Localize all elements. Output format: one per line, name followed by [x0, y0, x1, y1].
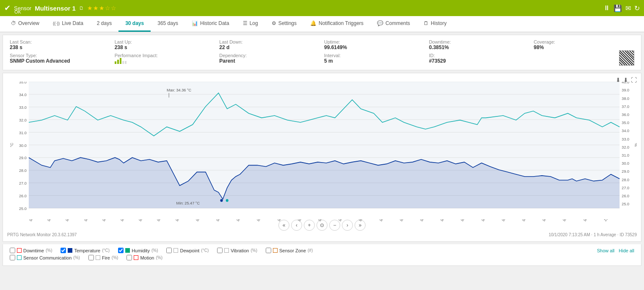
svg-point-46 [226, 199, 228, 202]
x-label: 9/17/20 [317, 219, 329, 222]
x-label: 9/9/20 [156, 219, 167, 222]
svg-text:%: % [634, 143, 637, 147]
tab-2-days[interactable]: 2 days [90, 16, 118, 32]
svg-text:38.0: 38.0 [622, 96, 629, 100]
x-label: 9/22/20 [419, 219, 431, 222]
sensor-communication-checkbox[interactable] [10, 255, 15, 260]
svg-text:35.0: 35.0 [19, 82, 27, 84]
last-up: Last Up: 238 s Performance Impact: [115, 39, 215, 66]
svg-text:27.0: 27.0 [19, 181, 27, 185]
legend-sensor-communication[interactable]: Sensor Communication (%) [10, 255, 80, 260]
vibration-color [224, 248, 229, 253]
vibration-checkbox[interactable] [217, 248, 223, 253]
tab-log[interactable]: ☰ Log [236, 16, 265, 32]
historic-data-icon: 📊 [192, 20, 198, 26]
sensor-zone-color [273, 248, 278, 253]
check-icon: ✔ [4, 3, 11, 13]
x-label: 9/24/20 [460, 219, 472, 222]
downtime-color [17, 248, 22, 253]
x-label: 9/15/20 [277, 219, 289, 222]
x-label: 10/1/20 [603, 219, 615, 222]
overview-icon: ⏱ [11, 20, 16, 26]
x-label: 9/7/20 [120, 219, 130, 222]
header-icons: ⏸ 💾 ✉ ↻ [603, 4, 640, 12]
x-label: 9/5/20 [83, 219, 94, 222]
x-label: 9/12/20 [215, 219, 227, 222]
hide-all-link[interactable]: Hide all [619, 248, 634, 253]
sensor-zone-checkbox[interactable] [266, 248, 271, 253]
svg-text:°C: °C [10, 143, 14, 147]
sensor-stars[interactable]: ★★★☆☆ [87, 5, 117, 11]
tab-notification-triggers[interactable]: 🔔 Notification Triggers [303, 16, 370, 32]
motion-checkbox[interactable] [127, 255, 132, 260]
legend-temperature[interactable]: Temperature (°C) [61, 248, 110, 253]
history-icon: 🗒 [424, 20, 429, 26]
chart-container: ⬇ ⬇ ⛶ 35.0 34.0 33.0 32.0 31.0 [3, 73, 641, 242]
performance-impact-bars [115, 58, 215, 64]
svg-text:28.0: 28.0 [19, 168, 27, 173]
chart-timestamp: 10/1/2020 7:13:25 AM · 1 h Average · ID … [549, 232, 637, 237]
legend-downtime[interactable]: Downtime (%) [10, 248, 52, 253]
x-label: 9/6/20 [102, 219, 112, 222]
x-label: 9/21/20 [399, 219, 411, 222]
svg-text:35.0: 35.0 [622, 121, 629, 125]
x-label: 9/25/20 [481, 219, 493, 222]
legend-motion[interactable]: Motion (%) [127, 255, 162, 260]
legend-fire[interactable]: Fire (%) [88, 255, 118, 260]
temperature-color [68, 248, 72, 253]
downtime-checkbox[interactable] [10, 248, 15, 253]
svg-text:37.0: 37.0 [622, 105, 629, 109]
status-ok: OK [14, 9, 21, 14]
x-label: 9/18/20 [338, 219, 350, 222]
last-down: Last Down: 22 d Dependency: Parent [219, 39, 320, 66]
legend-dewpoint[interactable]: Dewpoint (°C) [166, 248, 209, 253]
svg-text:25.0: 25.0 [19, 207, 27, 211]
settings-icon: ⚙ [272, 20, 276, 26]
x-label: 9/30/20 [583, 219, 594, 222]
tab-live-data[interactable]: ((·)) Live Data [46, 16, 90, 32]
save-icon[interactable]: 💾 [614, 4, 622, 12]
x-label: 9/4/20 [65, 219, 75, 222]
downtime: Downtime: 0.3851% ID: #73529 [429, 39, 530, 66]
tab-365-days[interactable]: 365 days [151, 16, 185, 32]
tab-30-days[interactable]: 30 days [118, 16, 151, 32]
x-label: 9/19/20 [358, 219, 370, 222]
svg-text:27.0: 27.0 [622, 186, 629, 190]
comments-icon: 💬 [377, 20, 383, 26]
legend-actions: Show all Hide all [597, 248, 634, 253]
pause-icon[interactable]: ⏸ [603, 4, 610, 12]
svg-point-45 [220, 199, 223, 202]
email-icon[interactable]: ✉ [625, 4, 631, 12]
tab-history[interactable]: 🗒 History [417, 16, 453, 32]
temperature-checkbox[interactable] [61, 248, 66, 253]
chart-svg: 35.0 34.0 33.0 32.0 31.0 30.0 29.0 28.0 … [7, 82, 637, 217]
motion-color [134, 255, 138, 260]
svg-text:34.0: 34.0 [19, 93, 27, 97]
chart-area: 35.0 34.0 33.0 32.0 31.0 30.0 29.0 28.0 … [7, 82, 637, 217]
x-label: 9/29/20 [562, 219, 574, 222]
tab-settings[interactable]: ⚙ Settings [265, 16, 303, 32]
fire-checkbox[interactable] [88, 255, 94, 260]
live-data-icon: ((·)) [53, 21, 60, 26]
svg-text:30.0: 30.0 [19, 143, 27, 147]
svg-text:29.0: 29.0 [19, 156, 27, 160]
legend-vibration[interactable]: Vibration (%) [217, 248, 257, 253]
last-scan: Last Scan: 238 s Sensor Type: SNMP Custo… [10, 39, 110, 66]
tab-historic-data[interactable]: 📊 Historic Data [185, 16, 236, 32]
sensor-copy-icon: 🗋 [79, 6, 84, 11]
sensor-communication-color [17, 255, 22, 260]
legend-humidity[interactable]: Humidity (%) [118, 248, 158, 253]
svg-text:Min: 25.47 °C: Min: 25.47 °C [176, 201, 200, 205]
tab-comments[interactable]: 💬 Comments [370, 16, 417, 32]
show-all-link[interactable]: Show all [597, 248, 615, 253]
prtg-version: PRTG Network Monitor 20.3.62.1397 [7, 232, 77, 237]
refresh-icon[interactable]: ↻ [634, 4, 640, 12]
legend-sensor-zone[interactable]: Sensor Zone (#) [266, 248, 313, 253]
humidity-checkbox[interactable] [118, 248, 124, 253]
dewpoint-checkbox[interactable] [166, 248, 172, 253]
tab-overview[interactable]: ⏱ Overview [4, 16, 46, 32]
svg-text:32.0: 32.0 [19, 118, 27, 122]
svg-text:Max: 34.36 °C: Max: 34.36 °C [167, 88, 191, 92]
svg-text:33.0: 33.0 [622, 137, 629, 141]
log-icon: ☰ [243, 20, 248, 26]
